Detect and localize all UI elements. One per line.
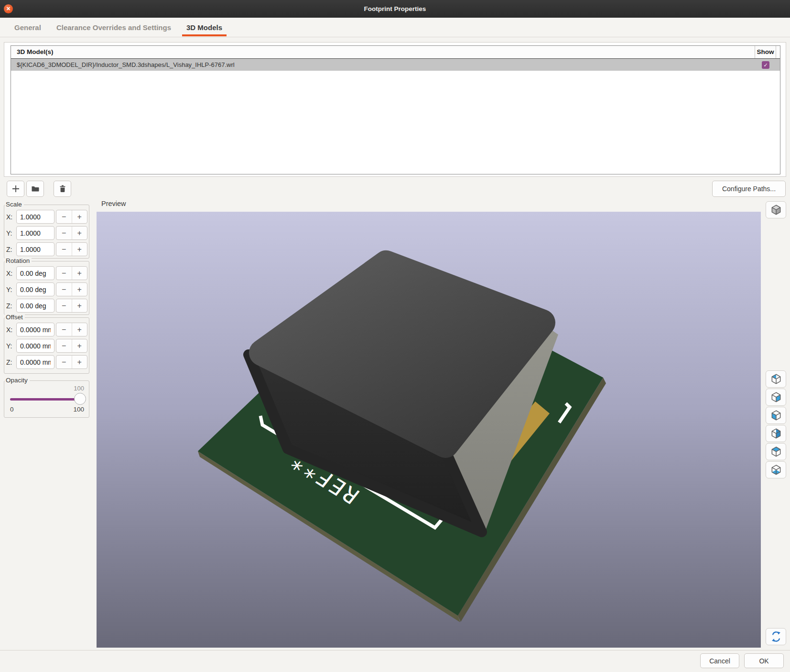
cube-top-icon <box>770 445 782 458</box>
scale-x-input[interactable] <box>16 210 54 224</box>
table-row[interactable]: ${KICAD6_3DMODEL_DIR}/Inductor_SMD.3dsha… <box>11 59 780 71</box>
decrement-button[interactable]: − <box>56 283 72 296</box>
model-table: 3D Model(s) Show ${KICAD6_3DMODEL_DIR}/I… <box>11 45 780 174</box>
offset-x-row: X: −+ <box>6 323 89 336</box>
view-top-button[interactable] <box>766 443 786 460</box>
offset-y-stepper: −+ <box>56 339 87 353</box>
axis-label: Y: <box>6 286 16 293</box>
offset-y-input[interactable] <box>16 339 54 353</box>
scale-z-input[interactable] <box>16 242 54 256</box>
increment-button[interactable]: + <box>72 243 87 256</box>
show-cell: ✓ <box>755 61 776 69</box>
model-path[interactable]: ${KICAD6_3DMODEL_DIR}/Inductor_SMD.3dsha… <box>11 61 755 68</box>
decrement-button[interactable]: − <box>56 210 72 223</box>
title-bar: ✕ Footprint Properties <box>0 0 790 18</box>
offset-z-input[interactable] <box>16 355 54 369</box>
increment-button[interactable]: + <box>72 323 87 336</box>
increment-button[interactable]: + <box>72 339 87 352</box>
rotation-x-input[interactable] <box>16 266 54 280</box>
view-front-button[interactable] <box>766 425 786 442</box>
axis-label: Z: <box>6 302 16 310</box>
window-title: Footprint Properties <box>0 0 790 18</box>
refresh-view-button[interactable] <box>766 628 786 645</box>
axis-label: X: <box>6 270 16 277</box>
slider-handle[interactable] <box>74 393 86 405</box>
preview-label: Preview <box>101 200 126 207</box>
model-table-header: 3D Model(s) Show <box>11 46 780 59</box>
slider-track[interactable] <box>10 398 84 401</box>
increment-button[interactable]: + <box>72 210 87 223</box>
rotation-z-stepper: −+ <box>56 299 87 313</box>
rotation-y-row: Y: −+ <box>6 282 89 296</box>
rotation-z-row: Z: −+ <box>6 299 89 313</box>
rotation-group: Rotation X: −+ Y: −+ Z: −+ <box>4 261 89 315</box>
scale-x-stepper: −+ <box>56 210 87 224</box>
scale-legend: Scale <box>5 201 24 208</box>
rotation-z-input[interactable] <box>16 299 54 313</box>
ok-button[interactable]: OK <box>744 653 784 668</box>
column-header-show[interactable]: Show <box>755 46 776 58</box>
increment-button[interactable]: + <box>72 283 87 296</box>
view-back-button[interactable] <box>766 370 786 388</box>
browse-folder-button[interactable] <box>26 181 44 197</box>
delete-model-button[interactable] <box>54 181 71 197</box>
scale-y-stepper: −+ <box>56 226 87 240</box>
view-bottom-button[interactable] <box>766 461 786 478</box>
configure-paths-button[interactable]: Configure Paths... <box>712 181 786 197</box>
increment-button[interactable]: + <box>72 227 87 239</box>
show-bounding-box-button[interactable] <box>766 201 786 218</box>
decrement-button[interactable]: − <box>56 299 72 312</box>
decrement-button[interactable]: − <box>56 356 72 369</box>
offset-group: Offset X: −+ Y: −+ Z: −+ <box>4 317 89 374</box>
bottom-separator <box>0 650 790 650</box>
rotation-y-input[interactable] <box>16 282 54 296</box>
offset-x-input[interactable] <box>16 323 54 336</box>
show-checkbox[interactable]: ✓ <box>762 61 769 69</box>
plus-icon <box>11 184 20 193</box>
increment-button[interactable]: + <box>72 356 87 369</box>
opacity-slider[interactable] <box>10 393 84 405</box>
opacity-min-label: 0 <box>10 406 14 413</box>
increment-button[interactable]: + <box>72 299 87 312</box>
tab-bar: General Clearance Overrides and Settings… <box>0 18 790 37</box>
offset-z-stepper: −+ <box>56 355 87 369</box>
view-left-button[interactable] <box>766 407 786 424</box>
axis-label: X: <box>6 213 16 221</box>
opacity-group: Opacity 100 0 100 <box>4 380 89 418</box>
cube-back-icon <box>770 373 782 385</box>
scale-z-row: Z: −+ <box>6 242 89 256</box>
model-table-panel: 3D Model(s) Show ${KICAD6_3DMODEL_DIR}/I… <box>4 42 786 177</box>
rotation-x-row: X: −+ <box>6 266 89 280</box>
cube-front-icon <box>770 427 782 440</box>
rotation-legend: Rotation <box>5 257 32 264</box>
axis-label: Y: <box>6 342 16 350</box>
rotation-x-stepper: −+ <box>56 266 87 280</box>
decrement-button[interactable]: − <box>56 227 72 239</box>
offset-x-stepper: −+ <box>56 323 87 336</box>
decrement-button[interactable]: − <box>56 339 72 352</box>
column-header-models[interactable]: 3D Model(s) <box>11 46 755 58</box>
scale-y-row: Y: −+ <box>6 226 89 240</box>
rotation-y-stepper: −+ <box>56 282 87 296</box>
cancel-button[interactable]: Cancel <box>700 653 739 668</box>
decrement-button[interactable]: − <box>56 323 72 336</box>
tab-general[interactable]: General <box>10 18 45 37</box>
cube-bottom-icon <box>770 464 782 476</box>
tab-3d-models[interactable]: 3D Models <box>182 18 227 37</box>
offset-legend: Offset <box>5 314 25 321</box>
offset-z-row: Z: −+ <box>6 355 89 369</box>
cube-left-icon <box>770 409 782 422</box>
decrement-button[interactable]: − <box>56 267 72 280</box>
axis-label: Z: <box>6 358 16 366</box>
view-right-button[interactable] <box>766 389 786 406</box>
tab-clearance-overrides[interactable]: Clearance Overrides and Settings <box>52 18 175 37</box>
add-model-button[interactable] <box>7 181 24 197</box>
increment-button[interactable]: + <box>72 267 87 280</box>
opacity-max-label: 100 <box>73 406 84 413</box>
preview-viewport[interactable]: REF** <box>97 212 761 648</box>
scale-x-row: X: −+ <box>6 210 89 224</box>
opacity-legend: Opacity <box>5 377 30 384</box>
cube-right-icon <box>770 391 782 403</box>
decrement-button[interactable]: − <box>56 243 72 256</box>
scale-y-input[interactable] <box>16 226 54 240</box>
